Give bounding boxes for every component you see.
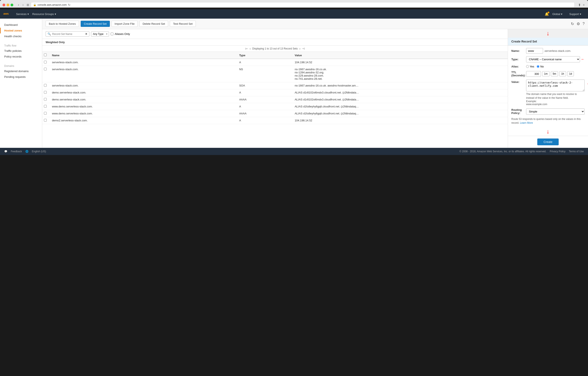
ttl-1h-button[interactable]: 1h: [559, 71, 566, 76]
row-name: demo2.serverless-stack.com.: [49, 117, 236, 124]
help-icon[interactable]: ?: [583, 22, 585, 26]
routing-policy-row: Routing Policy: Simple Weighted Latency …: [511, 108, 585, 115]
row-checkbox[interactable]: [44, 112, 47, 115]
row-checkbox[interactable]: [44, 61, 47, 64]
learn-more-link[interactable]: Learn More: [520, 122, 533, 124]
feedback-link[interactable]: Feedback: [11, 150, 22, 153]
split-view: 🔍 ✕ Any Type Aliases Only Weighted On: [42, 29, 588, 148]
name-input[interactable]: [526, 48, 543, 54]
records-area: 🔍 ✕ Any Type Aliases Only Weighted On: [42, 29, 508, 148]
notifications-bell[interactable]: 🔔: [545, 12, 549, 16]
privacy-policy-link[interactable]: Privacy Policy: [550, 150, 566, 153]
panel-footer: Create: [508, 136, 588, 148]
sidebar-item-policy-records[interactable]: Policy records: [0, 54, 42, 59]
table-row: serverless-stack.com. NS ns-1667.awsdns-…: [42, 66, 508, 82]
type-select[interactable]: Any Type: [91, 32, 109, 37]
type-select-wrapper: Any Type: [91, 32, 109, 37]
services-menu[interactable]: Services ▾: [16, 12, 29, 16]
arrow-create-indicator: ↓: [546, 30, 550, 37]
share-button[interactable]: ⬆: [578, 3, 581, 7]
settings-icon[interactable]: ⚙: [577, 22, 580, 26]
fullscreen-button[interactable]: [10, 4, 13, 6]
language-label: English (US): [32, 150, 46, 153]
prev-page-button[interactable]: ‹: [250, 47, 251, 50]
right-panel: ↓ Create Record Set Name: .serverless-st…: [508, 29, 588, 148]
ttl-1m-button[interactable]: 1m: [542, 71, 550, 76]
sidebar-item-dashboard[interactable]: Dashboard: [0, 22, 42, 28]
aliases-only-label: Aliases Only: [111, 32, 130, 35]
row-value: ns-1667.awsdns-16.co.uk. ns-1284.awsdns-…: [291, 66, 508, 82]
select-all-checkbox[interactable]: [44, 54, 47, 56]
import-zone-file-button[interactable]: Import Zone File: [112, 21, 138, 27]
row-checkbox-cell: [42, 117, 49, 124]
new-tab-button[interactable]: ＋: [582, 3, 586, 7]
filter-bar: 🔍 ✕ Any Type Aliases Only: [42, 29, 508, 39]
value-textarea[interactable]: https://serverless-stack-2-client.netlif…: [526, 79, 585, 91]
traffic-lights: [2, 4, 13, 6]
table-row: demo2.serverless-stack.com. A 104.198.14…: [42, 117, 508, 124]
reload-button[interactable]: ↻: [68, 3, 71, 7]
row-checkbox[interactable]: [44, 105, 47, 108]
close-button[interactable]: [2, 4, 5, 6]
ttl-input[interactable]: [526, 71, 541, 77]
weighted-only-label: Weighted Only: [42, 39, 508, 46]
support-menu[interactable]: Support ▾: [569, 12, 581, 16]
feedback-icon: 💬: [4, 150, 7, 153]
alias-yes-radio[interactable]: [526, 65, 529, 68]
clear-icon[interactable]: ✕: [85, 32, 87, 35]
row-type: A: [236, 103, 291, 110]
table-row: demo.serverless-stack.com. AAAA ALIAS d1…: [42, 96, 508, 103]
table-row: serverless-stack.com. SOA ns-1667.awsdns…: [42, 82, 508, 89]
sidebar-item-hosted-zones[interactable]: Hosted zones: [0, 28, 42, 33]
row-checkbox[interactable]: [44, 91, 47, 94]
resource-groups-menu[interactable]: Resource Groups ▾: [32, 12, 56, 16]
create-record-set-button[interactable]: Create Record Set: [81, 21, 110, 27]
address-bar[interactable]: 🔒 console.aws.amazon.com ↻: [31, 2, 575, 8]
main-container: Dashboard Hosted zones Health checks Tra…: [0, 19, 588, 148]
ttl-5m-button[interactable]: 5m: [551, 71, 558, 76]
tab-grid-button[interactable]: ⊞: [27, 3, 29, 7]
ttl-1d-button[interactable]: 1d: [567, 71, 574, 76]
type-select-panel[interactable]: CNAME – Canonical name A – IPv4 address …: [526, 56, 580, 62]
footer-right: © 2008 - 2018, Amazon Web Services, Inc.…: [459, 150, 584, 153]
row-checkbox[interactable]: [44, 84, 47, 87]
sidebar-item-pending-requests[interactable]: Pending requests: [0, 74, 42, 80]
svg-text:aws: aws: [3, 12, 9, 15]
back-button[interactable]: ‹: [17, 2, 20, 7]
row-checkbox[interactable]: [44, 68, 47, 70]
table-row: www.demo.serverless-stack.com. AAAA ALIA…: [42, 110, 508, 117]
alias-no-radio[interactable]: [537, 65, 539, 68]
sidebar-item-registered-domains[interactable]: Registered domains: [0, 68, 42, 74]
row-type: A: [236, 89, 291, 96]
table-row: demo.serverless-stack.com. A ALIAS d1r81…: [42, 89, 508, 96]
refresh-icon[interactable]: ↻: [571, 22, 574, 26]
row-checkbox[interactable]: [44, 98, 47, 101]
forward-button[interactable]: ›: [21, 2, 25, 7]
delete-record-set-button[interactable]: Delete Record Set: [139, 21, 168, 27]
sidebar-item-traffic-policies[interactable]: Traffic policies: [0, 48, 42, 54]
arrow-value-indicator: ←: [587, 82, 588, 86]
global-menu[interactable]: Global ▾: [552, 12, 563, 16]
minimize-button[interactable]: [7, 4, 9, 6]
row-checkbox-cell: [42, 59, 49, 66]
search-box[interactable]: 🔍 ✕: [46, 31, 89, 37]
col-name: Name: [49, 52, 236, 59]
terms-of-use-link[interactable]: Terms of Use: [569, 150, 584, 153]
last-page-button[interactable]: ⊣: [302, 47, 304, 50]
copyright-text: © 2008 - 2018, Amazon Web Services, Inc.…: [459, 150, 546, 153]
row-checkbox[interactable]: [44, 119, 47, 122]
aliases-only-checkbox[interactable]: [111, 33, 113, 35]
create-button[interactable]: Create: [537, 139, 558, 145]
row-name: serverless-stack.com.: [49, 82, 236, 89]
routing-policy-select[interactable]: Simple Weighted Latency Failover Geoloca…: [526, 109, 585, 115]
back-to-hosted-zones-button[interactable]: Back to Hosted Zones: [46, 21, 79, 27]
row-checkbox-cell: [42, 110, 49, 117]
row-type: AAAA: [236, 96, 291, 103]
next-page-button[interactable]: ›: [299, 47, 300, 50]
search-input[interactable]: [52, 33, 84, 35]
first-page-button[interactable]: ⊢: [245, 47, 248, 50]
sidebar-item-health-checks[interactable]: Health checks: [0, 33, 42, 39]
test-record-set-button[interactable]: Test Record Set: [170, 21, 196, 27]
search-icon: 🔍: [48, 32, 51, 35]
global-chevron-icon: ▾: [561, 12, 562, 16]
